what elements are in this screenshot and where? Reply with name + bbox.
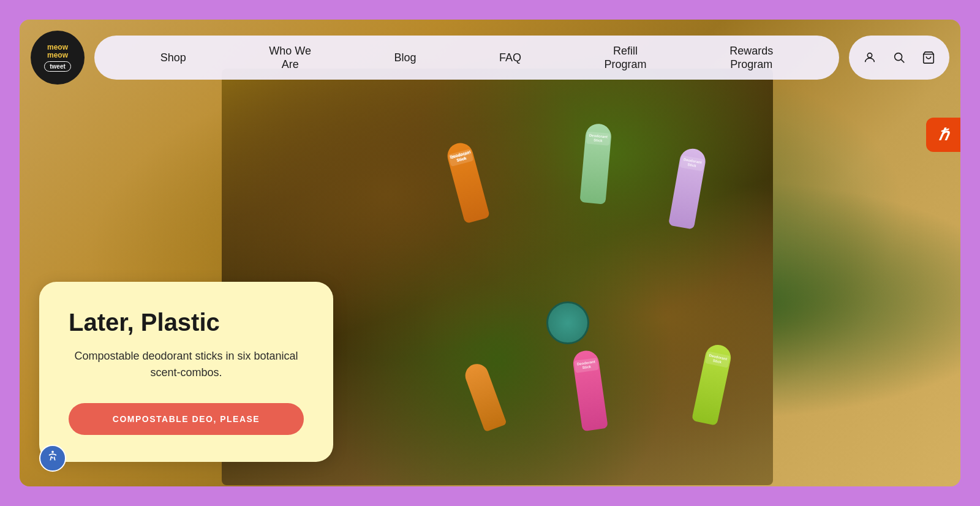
product-label-lime: DeodorantStick (705, 351, 730, 368)
product-label-mint: DeodorantStick (586, 132, 611, 146)
page-wrapper: DeodorantStick DeodorantStick DeodorantS… (20, 20, 960, 486)
cta-button[interactable]: COMPOSTABLE DEO, PLEASE (69, 403, 304, 435)
svg-point-1 (895, 53, 902, 61)
honey-widget[interactable]: ℏ (926, 118, 960, 152)
svg-line-2 (901, 59, 904, 62)
product-tube-mint: DeodorantStick (579, 123, 612, 204)
accessibility-button[interactable] (39, 445, 66, 472)
hero-title: Later, Plastic (69, 309, 304, 336)
nav-item-faq[interactable]: FAQ (489, 46, 531, 70)
logo-text-main: meow meow (47, 43, 68, 59)
nav-item-blog[interactable]: Blog (385, 46, 426, 70)
search-button[interactable] (886, 44, 913, 71)
product-tin (546, 301, 589, 344)
accessibility-icon (46, 450, 59, 467)
product-label-orange: DeodorantStick (448, 149, 473, 167)
honey-icon: ℏ (938, 126, 948, 145)
nav-item-refill-program[interactable]: RefillProgram (595, 39, 657, 77)
product-label-lavender: DeodorantStick (680, 155, 705, 172)
logo-bubble[interactable]: meow meow tweet (31, 31, 85, 85)
nav-item-who-we-are[interactable]: Who WeAre (259, 39, 321, 77)
product-label-pink: DeodorantStick (574, 358, 598, 373)
navbar: meow meow tweet Shop Who WeAre Blog FAQ … (31, 31, 949, 85)
product-tube-orange: DeodorantStick (445, 140, 490, 224)
product-tube-pink: DeodorantStick (571, 349, 608, 432)
product-tube-lime: DeodorantStick (692, 342, 733, 426)
svg-point-4 (51, 451, 54, 453)
product-tube-lavender: DeodorantStick (668, 146, 707, 229)
logo-area[interactable]: meow meow tweet (31, 31, 85, 85)
cart-button[interactable] (915, 44, 942, 71)
hero-card: Later, Plastic Compostable deodorant sti… (39, 282, 333, 462)
hero-subtitle: Compostable deodorant sticks in six bota… (69, 348, 304, 381)
logo-text-sub: tweet (44, 61, 71, 72)
nav-item-shop[interactable]: Shop (151, 46, 196, 70)
account-button[interactable] (856, 44, 883, 71)
nav-actions (849, 36, 949, 80)
product-tube-orange2 (462, 361, 507, 432)
svg-point-0 (867, 53, 872, 58)
nav-item-rewards-program[interactable]: RewardsProgram (720, 39, 783, 77)
nav-pill: Shop Who WeAre Blog FAQ RefillProgram Re… (94, 36, 839, 80)
